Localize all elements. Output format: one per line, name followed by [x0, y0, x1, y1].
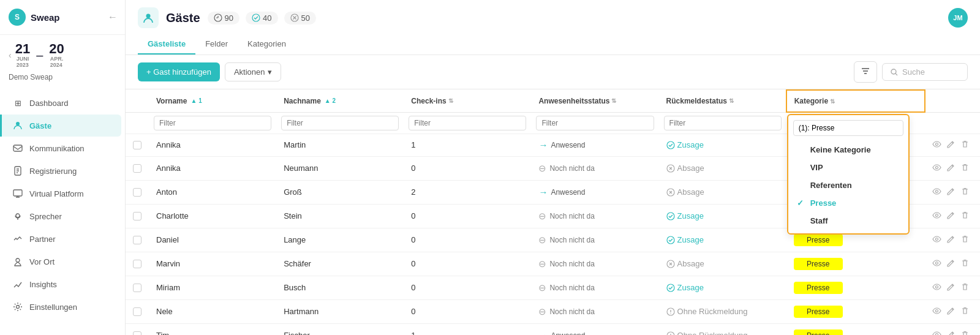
- delete-icon[interactable]: [960, 235, 970, 246]
- edit-icon[interactable]: [946, 187, 956, 198]
- th-nachname[interactable]: Nachname ▲ 2: [276, 90, 404, 112]
- sidebar-item-insights[interactable]: Insights: [4, 273, 121, 295]
- date-back-arrow[interactable]: ‹: [9, 50, 12, 60]
- svg-point-12: [936, 143, 938, 145]
- delete-icon[interactable]: [960, 258, 970, 269]
- view-icon[interactable]: [932, 211, 941, 222]
- filter-nachname[interactable]: [281, 116, 399, 130]
- th-checkins[interactable]: Check-ins ⇅: [404, 90, 531, 112]
- sidebar-item-kommunikation[interactable]: Kommunikation: [4, 137, 121, 159]
- svg-point-6: [17, 306, 20, 309]
- svg-point-24: [936, 285, 938, 288]
- view-icon[interactable]: [932, 140, 941, 151]
- main-header: Gäste 90 40 50 JM: [126, 0, 980, 55]
- svg-point-5: [16, 258, 20, 262]
- logo-text: Sweap: [31, 12, 60, 23]
- delete-icon[interactable]: [960, 330, 970, 336]
- edit-icon[interactable]: [946, 258, 956, 269]
- row-actions: [932, 211, 973, 222]
- kat-option-referenten[interactable]: Referenten: [788, 176, 908, 194]
- search-box[interactable]: Suche: [882, 63, 968, 81]
- view-icon[interactable]: [932, 330, 941, 336]
- actions-button[interactable]: Aktionen ▾: [225, 62, 282, 81]
- delete-icon[interactable]: [960, 306, 970, 317]
- sidebar-item-label: Virtual Platform: [29, 189, 84, 198]
- kat-options-list: Keine Kategorie VIP Referenten: [788, 138, 908, 233]
- sidebar-collapse-button[interactable]: ←: [108, 12, 118, 23]
- delete-icon[interactable]: [960, 282, 970, 293]
- view-icon[interactable]: [932, 306, 941, 317]
- row-checkbox[interactable]: [133, 307, 141, 316]
- th-vorname[interactable]: Vorname ▲ 1: [149, 90, 276, 112]
- delete-icon[interactable]: [960, 163, 970, 174]
- kat-option-staff[interactable]: Staff: [788, 212, 908, 230]
- insights-icon: [12, 279, 23, 290]
- sidebar-item-label: Vor Ort: [29, 257, 55, 266]
- row-checkbox[interactable]: [133, 284, 141, 292]
- row-checkbox[interactable]: [133, 260, 141, 268]
- filter-settings-button[interactable]: [854, 61, 877, 83]
- sidebar-item-dashboard[interactable]: ⊞ Dashboard: [4, 92, 121, 114]
- row-actions: [932, 306, 973, 317]
- view-icon[interactable]: [932, 163, 941, 174]
- sidebar-item-partner[interactable]: Partner: [4, 228, 121, 250]
- filter-vorname[interactable]: [154, 116, 271, 130]
- user-avatar[interactable]: JM: [948, 8, 968, 28]
- tab-gaesteliste[interactable]: Gästeliste: [138, 34, 195, 55]
- row-checkbox[interactable]: [133, 164, 141, 173]
- add-guest-button[interactable]: + Gast hinzufügen: [138, 62, 220, 81]
- view-icon[interactable]: [932, 282, 941, 293]
- edit-icon[interactable]: [946, 211, 956, 222]
- sidebar-item-label: Partner: [29, 235, 56, 244]
- th-rueckmeldung[interactable]: Rückmeldestatus ⇅: [659, 90, 786, 112]
- cell-rueckmeldung: Zusage: [659, 228, 786, 252]
- edit-icon[interactable]: [946, 140, 956, 151]
- edit-icon[interactable]: [946, 282, 956, 293]
- tab-felder[interactable]: Felder: [195, 34, 238, 55]
- einstellungen-icon: [12, 301, 23, 312]
- svg-point-26: [936, 309, 938, 312]
- sidebar-item-sprecher[interactable]: Sprecher: [4, 205, 121, 227]
- cell-anwesenheit: ⊖ Noch nicht da: [531, 252, 658, 276]
- th-anwesenheit[interactable]: Anwesenheitsstatus ⇅: [531, 90, 658, 112]
- edit-icon[interactable]: [946, 163, 956, 174]
- row-actions: [932, 258, 973, 269]
- delete-icon[interactable]: [960, 211, 970, 222]
- delete-icon[interactable]: [960, 187, 970, 198]
- th-kategorie[interactable]: Kategorie ⇅ Keine Kategorie: [786, 90, 925, 112]
- kat-option-vip[interactable]: VIP: [788, 159, 908, 176]
- sidebar-item-vor-ort[interactable]: Vor Ort: [4, 250, 121, 273]
- row-checkbox[interactable]: [133, 188, 141, 197]
- row-checkbox[interactable]: [133, 236, 141, 244]
- kat-option-presse[interactable]: ✓ Presse: [788, 194, 908, 212]
- row-checkbox[interactable]: [133, 141, 141, 149]
- sidebar: S Sweap ← ‹ 21 JUNI2023 – 20 APR.2024 De…: [0, 0, 126, 335]
- edit-icon[interactable]: [946, 306, 956, 317]
- sidebar-item-label: Gäste: [29, 121, 51, 130]
- view-icon[interactable]: [932, 235, 941, 246]
- edit-icon[interactable]: [946, 235, 956, 246]
- filter-checkins[interactable]: [409, 116, 526, 130]
- kat-option-keine[interactable]: Keine Kategorie: [788, 141, 908, 159]
- sidebar-item-gaeste[interactable]: Gäste: [0, 115, 121, 137]
- edit-icon[interactable]: [946, 330, 956, 336]
- view-icon[interactable]: [932, 258, 941, 269]
- svg-point-11: [667, 141, 674, 149]
- tab-kategorien[interactable]: Kategorien: [238, 34, 296, 55]
- cell-checkins: 0: [404, 228, 531, 252]
- sidebar-item-registrierung[interactable]: Registrierung: [4, 160, 121, 182]
- view-icon[interactable]: [932, 187, 941, 198]
- filter-anwesenheit[interactable]: [536, 116, 654, 130]
- row-checkbox[interactable]: [133, 212, 141, 220]
- kategorie-badge: Presse: [794, 234, 843, 246]
- kat-search-input[interactable]: [793, 120, 903, 136]
- cell-kategorie: Presse: [786, 323, 925, 335]
- row-checkbox[interactable]: [133, 331, 141, 336]
- filter-rueckmeldung[interactable]: [664, 116, 782, 130]
- date-range[interactable]: ‹ 21 JUNI2023 – 20 APR.2024: [0, 35, 125, 72]
- sidebar-item-virtual-platform[interactable]: Virtual Platform: [4, 183, 121, 205]
- delete-icon[interactable]: [960, 140, 970, 151]
- sidebar-item-einstellungen[interactable]: Einstellungen: [4, 296, 121, 318]
- cell-vorname: Nele: [149, 299, 276, 323]
- dashboard-icon: ⊞: [12, 97, 23, 108]
